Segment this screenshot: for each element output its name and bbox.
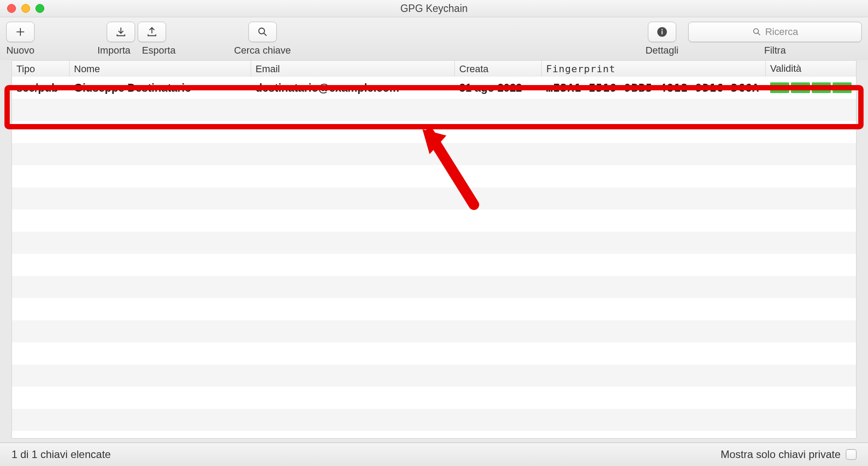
import-label: Importa	[97, 45, 131, 56]
keys-table: Tipo Nome Email Creata Fingerprint Valid…	[12, 60, 856, 439]
export-button[interactable]	[138, 22, 166, 42]
table-body: sec/pubGiuseppe Destinatariodestinatario…	[12, 77, 856, 438]
table-row-empty	[12, 121, 856, 143]
import-icon	[115, 26, 127, 38]
export-icon	[146, 26, 158, 38]
info-icon	[656, 26, 668, 38]
column-header-fingerprint[interactable]: Fingerprint	[542, 61, 766, 77]
toolbar-import-export-group: Importa Esporta	[97, 22, 175, 56]
toolbar: Nuovo Importa Esporta Cerca chiave Detta…	[0, 17, 868, 61]
cell-type: sec/pub	[12, 82, 70, 94]
titlebar: GPG Keychain	[0, 0, 868, 17]
main-area: Tipo Nome Email Creata Fingerprint Valid…	[0, 60, 868, 443]
show-private-checkbox[interactable]	[846, 449, 856, 460]
toolbar-filter-group: Ricerca Filtra	[688, 22, 862, 56]
table-row-empty	[12, 276, 856, 298]
cell-date: 31 ago 2022	[455, 82, 542, 94]
search-icon	[257, 26, 268, 38]
validity-block	[833, 82, 852, 93]
plus-icon	[15, 26, 26, 38]
details-label: Dettagli	[645, 45, 678, 56]
table-row-empty	[12, 165, 856, 187]
window-controls	[7, 4, 44, 13]
search-icon	[752, 27, 762, 37]
new-label: Nuovo	[6, 45, 35, 56]
table-row-empty	[12, 320, 856, 342]
svg-point-4	[753, 29, 758, 34]
validity-block	[812, 82, 831, 93]
table-row-empty	[12, 387, 856, 409]
window-title: GPG Keychain	[0, 3, 868, 15]
cell-name: Giuseppe Destinatario	[70, 82, 251, 94]
svg-rect-2	[662, 31, 663, 35]
new-button[interactable]	[6, 22, 35, 42]
show-private-label: Mostra solo chiavi private	[721, 448, 841, 461]
search-input[interactable]: Ricerca	[688, 22, 862, 42]
table-row-empty	[12, 232, 856, 254]
column-header-email[interactable]: Email	[251, 61, 455, 77]
table-row-empty	[12, 365, 856, 387]
svg-point-0	[259, 28, 264, 34]
column-header-created[interactable]: Creata	[455, 61, 542, 77]
column-header-type[interactable]: Tipo	[12, 61, 70, 77]
statusbar: 1 di 1 chiavi elencate Mostra solo chiav…	[0, 443, 868, 466]
import-button[interactable]	[107, 22, 135, 42]
cell-validity	[766, 82, 856, 93]
table-row-empty	[12, 99, 856, 121]
validity-block	[770, 82, 789, 93]
filter-label: Filtra	[764, 45, 786, 56]
cell-fingerprint: …E3A1 E519 9BB5 4812 9D16 3C6A	[542, 82, 766, 94]
column-header-validity[interactable]: Validità	[766, 61, 856, 77]
table-row-empty	[12, 210, 856, 232]
lookup-label: Cerca chiave	[234, 45, 291, 56]
table-row[interactable]: sec/pubGiuseppe Destinatariodestinatario…	[12, 77, 856, 99]
table-row-empty	[12, 254, 856, 276]
table-header: Tipo Nome Email Creata Fingerprint Valid…	[12, 61, 856, 77]
toolbar-new-group: Nuovo	[6, 22, 35, 56]
table-row-empty	[12, 342, 856, 365]
table-row-empty	[12, 187, 856, 210]
close-window-button[interactable]	[7, 4, 16, 13]
details-button[interactable]	[648, 22, 676, 42]
toolbar-details-group: Dettagli	[645, 22, 678, 56]
export-label: Esporta	[142, 45, 176, 56]
status-left: 1 di 1 chiavi elencate	[12, 448, 111, 461]
table-row-empty	[12, 409, 856, 431]
cell-email: destinatario@example.com	[251, 82, 455, 94]
search-placeholder: Ricerca	[765, 26, 798, 38]
lookup-key-button[interactable]	[248, 22, 277, 42]
toolbar-lookup-group: Cerca chiave	[234, 22, 291, 56]
table-row-empty	[12, 143, 856, 165]
validity-block	[791, 82, 810, 93]
column-header-name[interactable]: Nome	[70, 61, 251, 77]
zoom-window-button[interactable]	[35, 4, 44, 13]
table-row-empty	[12, 298, 856, 320]
svg-rect-3	[662, 29, 663, 31]
minimize-window-button[interactable]	[21, 4, 30, 13]
